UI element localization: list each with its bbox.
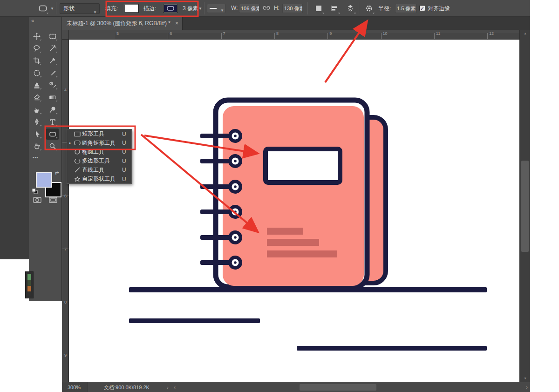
tool-mode-value: 形状 [63, 5, 75, 12]
top-ruler: 56789101112 [62, 30, 519, 40]
geometry-options-button[interactable] [362, 3, 375, 14]
shape-height-field[interactable]: 130 像素 [282, 4, 303, 13]
collapse-panel-icon[interactable]: « [31, 18, 34, 23]
path-alignment-button[interactable] [328, 3, 341, 14]
separator [56, 2, 56, 14]
history-brush-tool[interactable] [46, 80, 59, 91]
ruler-number: 4 [64, 88, 67, 92]
ruler-number: 11 [436, 31, 440, 36]
type-tool[interactable] [46, 116, 59, 128]
align-edges-checkbox[interactable]: ✓ [419, 5, 425, 11]
tool-preset-button[interactable] [36, 3, 49, 14]
document-tab[interactable]: 未标题-1 @ 300% (圆角矩形 6, RGB/8#) * × [62, 17, 183, 30]
stroke-style-icon [167, 7, 174, 10]
scroll-up-icon[interactable]: ▲ [520, 32, 531, 35]
zoom-tool[interactable] [46, 141, 59, 152]
photoshop-window: 56789101112 46789 未标题-1 @ 300% (圆角矩形 6, … [0, 0, 559, 392]
docked-panel-edge [25, 271, 34, 298]
default-colors-icon[interactable] [32, 188, 38, 196]
horizontal-scrollbar[interactable]: ‹ › [174, 384, 528, 391]
ruler-number: 9 [329, 31, 332, 36]
stroke-color-swatch[interactable] [163, 4, 178, 13]
document-tab-bar: 未标题-1 @ 300% (圆角矩形 6, RGB/8#) * × [29, 17, 530, 30]
menu-item-line-tool[interactable]: 直线工具 U [67, 166, 131, 175]
scroll-right-icon[interactable]: › [526, 384, 528, 391]
stroke-width-value[interactable]: 3 像素 [183, 5, 198, 13]
tool-options-bar: ▼ 形状 ▼ 填充: 描边: 3 像素 ▼ ▼ W: 106 像素 H: 130… [0, 0, 530, 17]
smudge-tool[interactable] [30, 104, 43, 115]
lasso-tool[interactable] [30, 43, 43, 54]
scroll-left-icon[interactable]: ‹ [174, 384, 176, 391]
scroll-down-icon[interactable]: ▼ [520, 377, 531, 380]
pen-tool[interactable] [30, 116, 43, 128]
eraser-tool[interactable] [30, 92, 43, 103]
rounded-rectangle-preset-icon [40, 6, 47, 11]
status-bar: 300% 文档:900.0K/819.2K › ‹ › [62, 382, 530, 392]
document-info: 文档:900.0K/819.2K [104, 382, 150, 392]
menu-item-ellipse-tool[interactable]: 椭圆工具 U [67, 148, 131, 156]
menu-item-polygon-tool[interactable]: 多边形工具 U [67, 156, 131, 165]
ruler-number: 7 [64, 247, 67, 251]
shape-width-field[interactable]: 106 像素 [239, 4, 259, 13]
ruler-number: 10 [383, 31, 388, 36]
stroke-line-style-select[interactable]: ▼ [207, 4, 225, 13]
align-edges-label: 对齐边缘 [428, 5, 450, 13]
quick-mask-icon [35, 198, 38, 201]
vertical-scrollbar-thumb[interactable] [521, 161, 529, 252]
path-selection-tool[interactable] [30, 128, 43, 140]
magic-wand-tool[interactable] [46, 43, 59, 54]
document-canvas[interactable] [69, 40, 519, 382]
width-label: W: [231, 5, 238, 11]
stroke-width-chevron-icon[interactable]: ▼ [198, 7, 202, 11]
tab-close-icon[interactable]: × [175, 17, 178, 30]
custom-shape-icon [73, 176, 82, 182]
brush-tool[interactable] [46, 68, 59, 79]
vertical-scrollbar[interactable]: ▲ ▼ [519, 30, 530, 382]
gear-icon [368, 7, 370, 9]
horizontal-scrollbar-thumb[interactable] [300, 384, 376, 391]
swap-colors-icon[interactable]: ⇄ [55, 170, 59, 176]
separator [359, 2, 359, 14]
crop-tool[interactable] [30, 55, 43, 66]
eyedropper-tool[interactable] [46, 55, 59, 66]
zoom-level-field[interactable]: 300% [62, 382, 88, 392]
rectangular-marquee-tool[interactable] [46, 31, 59, 42]
window-left-column [0, 0, 29, 259]
ruler-corner [62, 30, 69, 40]
status-popup-arrow-icon[interactable]: › [167, 382, 169, 392]
mode-chevron-icon: ▼ [93, 7, 97, 17]
rounded-rectangle-shape-tool[interactable] [46, 128, 59, 140]
gradient-tool[interactable] [46, 92, 59, 103]
preset-chevron-icon[interactable]: ▼ [50, 7, 54, 11]
path-arrangement-icon [348, 8, 353, 11]
line-icon [73, 167, 82, 173]
edit-toolbar-icon[interactable]: ••• [33, 155, 38, 160]
rectangle-icon [73, 131, 82, 137]
menu-item-rounded-rectangle-tool[interactable]: • 圆角矩形工具 U [67, 138, 131, 147]
fill-color-swatch[interactable] [124, 4, 139, 13]
foreground-color-swatch[interactable] [36, 172, 52, 188]
fill-label: 填充: [105, 5, 118, 13]
path-operations-button[interactable] [312, 3, 325, 14]
spot-healing-brush-tool[interactable] [30, 68, 43, 79]
move-tool[interactable] [30, 31, 43, 42]
height-label: H: [274, 5, 280, 11]
menu-item-custom-shape-tool[interactable]: 自定形状工具 U [67, 175, 131, 183]
selected-tool-marker: • [67, 141, 73, 146]
path-arrangement-button[interactable] [344, 3, 357, 14]
tools-panel: « ••• [29, 17, 62, 301]
shape-tools-menu: 矩形工具 U • 圆角矩形工具 U 椭圆工具 U 多边形工具 U 直线工具 U [67, 129, 132, 184]
menu-item-rectangle-tool[interactable]: 矩形工具 U [67, 129, 131, 138]
ruler-number: 6 [64, 194, 67, 198]
clone-stamp-tool[interactable] [30, 80, 43, 91]
separator [204, 2, 205, 14]
radius-label: 半径: [378, 5, 391, 13]
hand-tool[interactable] [30, 141, 43, 152]
dodge-tool[interactable] [46, 104, 59, 115]
corner-radius-field[interactable]: 1.5 像素 [395, 4, 416, 13]
ruler-number: 5 [116, 31, 119, 36]
link-dimensions-icon[interactable] [262, 5, 271, 13]
tool-mode-select[interactable]: 形状 ▼ [60, 3, 100, 14]
screen-mode-button[interactable] [47, 195, 59, 205]
ruler-number: 8 [276, 31, 279, 36]
